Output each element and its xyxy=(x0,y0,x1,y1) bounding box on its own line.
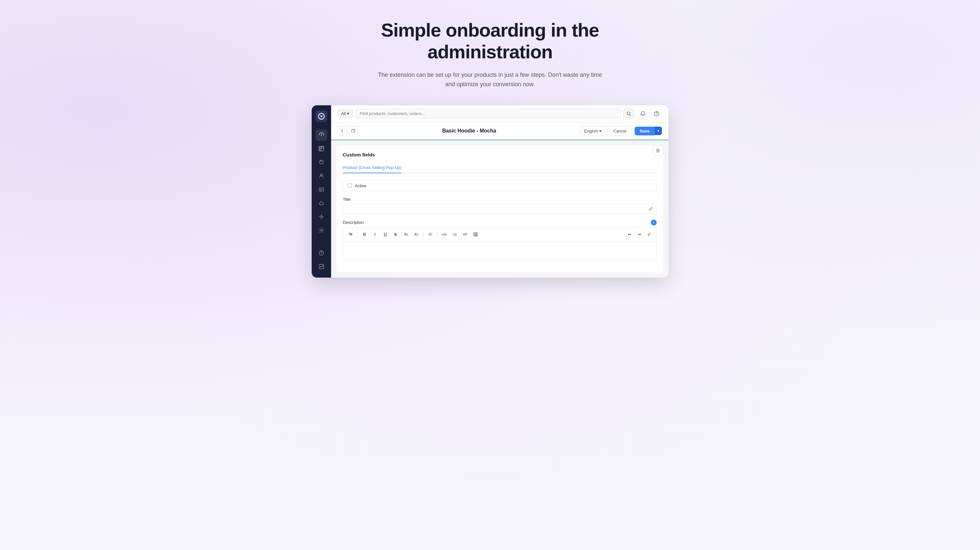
toolbar-link-button[interactable] xyxy=(461,230,469,239)
content-wrapper: Custom fields Product (Cross Selling Pop… xyxy=(336,146,663,273)
toolbar-undo-button[interactable]: ↩ xyxy=(625,230,634,239)
content-area: Custom fields Product (Cross Selling Pop… xyxy=(331,140,668,277)
toolbar-table-button[interactable] xyxy=(471,230,480,239)
copy-button[interactable] xyxy=(348,126,358,135)
sidebar-item-products[interactable] xyxy=(315,157,327,168)
svg-point-9 xyxy=(320,216,322,218)
sidebar xyxy=(312,105,331,277)
svg-point-19 xyxy=(453,234,454,235)
sidebar-item-dashboard[interactable] xyxy=(315,129,327,141)
toolbar-redo-button[interactable]: ↪ xyxy=(635,230,643,239)
toolbar-list-button[interactable] xyxy=(450,230,459,239)
language-chevron: ▾ xyxy=(599,128,601,133)
description-info-icon: i xyxy=(651,220,657,225)
toolbar-fullscreen-button[interactable]: ⤢ xyxy=(645,230,653,239)
active-row: Active xyxy=(343,180,657,192)
toolbar-paragraph-button[interactable]: ¶▾ xyxy=(346,230,355,239)
sidebar-logo xyxy=(315,111,327,122)
active-checkbox[interactable] xyxy=(348,183,352,188)
sidebar-item-marketing[interactable] xyxy=(315,184,327,195)
rich-text-editor[interactable] xyxy=(343,241,657,261)
toolbar-superscript-button[interactable]: X2 xyxy=(402,230,410,239)
description-form-group: Description i ¶▾ B I xyxy=(343,220,657,261)
section-title: Custom fields xyxy=(343,152,657,157)
top-bar-actions xyxy=(638,108,662,119)
search-filter-label: All xyxy=(341,111,346,116)
svg-point-18 xyxy=(453,233,454,234)
toolbar-right: ↩ ↪ ⤢ xyxy=(625,230,653,239)
svg-point-12 xyxy=(321,254,322,254)
search-button[interactable] xyxy=(624,108,634,119)
toolbar-divider-3 xyxy=(437,231,438,238)
svg-point-10 xyxy=(321,229,322,231)
sidebar-item-settings[interactable] xyxy=(315,225,327,236)
toolbar-subscript-button[interactable]: X2 xyxy=(412,230,421,239)
toolbar-embed-button[interactable]: </> xyxy=(440,230,449,239)
product-title: Basic Hoodie - Mocha xyxy=(361,128,577,134)
page-content: Simple onboarding in the administration … xyxy=(0,0,980,290)
back-button[interactable] xyxy=(337,126,347,135)
sidebar-toggle-button[interactable] xyxy=(653,146,663,156)
svg-point-7 xyxy=(320,174,322,176)
tab-product-cross-selling[interactable]: Product (Cross Selling Pop-Up) xyxy=(343,163,401,173)
toolbar-strikethrough-button[interactable]: S xyxy=(391,230,400,239)
custom-fields-panel: Custom fields Product (Cross Selling Pop… xyxy=(336,146,663,273)
description-label: Description xyxy=(343,220,364,225)
title-form-group: Title xyxy=(343,197,657,214)
toolbar-italic-button[interactable]: I xyxy=(371,230,379,239)
active-label: Active xyxy=(355,183,366,188)
sidebar-item-integrations[interactable] xyxy=(315,211,327,222)
svg-rect-17 xyxy=(352,130,354,133)
top-bar: All ▾ xyxy=(331,105,668,122)
toolbar-bold-button[interactable]: B xyxy=(360,230,369,239)
app-window: All ▾ xyxy=(312,105,668,277)
hero-title: Simple onboarding in the administration xyxy=(377,19,603,62)
sidebar-item-help[interactable] xyxy=(315,247,327,259)
hero-subtitle: The extension can be set up for your pro… xyxy=(377,70,603,89)
search-icon xyxy=(627,111,631,116)
svg-point-2 xyxy=(321,135,322,135)
sidebar-item-analytics[interactable] xyxy=(315,261,327,273)
cancel-button[interactable]: Cancel xyxy=(608,126,632,136)
toolbar-divider-1 xyxy=(357,231,358,238)
language-dropdown[interactable]: English ▾ xyxy=(581,126,605,136)
help-circle-icon[interactable] xyxy=(652,108,662,119)
search-area: All ▾ xyxy=(337,108,634,119)
svg-point-1 xyxy=(320,115,322,117)
save-dropdown-button[interactable]: ▾ xyxy=(655,127,662,135)
toolbar-divider-2 xyxy=(423,231,423,238)
sidebar-item-customers[interactable] xyxy=(315,170,327,182)
rich-text-toolbar: ¶▾ B I U S X2 X2 xyxy=(343,227,657,241)
toolbar-underline-button[interactable]: U xyxy=(381,230,390,239)
search-input[interactable] xyxy=(355,109,621,118)
svg-rect-3 xyxy=(319,146,324,151)
title-input[interactable] xyxy=(343,204,657,214)
save-button-group: Save ▾ xyxy=(635,127,662,135)
svg-rect-21 xyxy=(474,233,477,236)
save-button[interactable]: Save xyxy=(635,127,655,135)
tab-bar: Product (Cross Selling Pop-Up) xyxy=(343,163,657,173)
svg-point-16 xyxy=(656,115,657,115)
main-area: All ▾ xyxy=(331,105,668,277)
title-input-wrapper xyxy=(343,204,657,214)
sidebar-item-promotions[interactable] xyxy=(315,197,327,209)
title-label: Title xyxy=(343,197,657,202)
search-filter-chevron: ▾ xyxy=(347,111,349,116)
product-header: Basic Hoodie - Mocha English ▾ Cancel Sa… xyxy=(331,122,668,140)
hero-section: Simple onboarding in the administration … xyxy=(377,19,603,89)
description-header: Description i xyxy=(343,220,657,225)
svg-rect-8 xyxy=(319,188,324,191)
product-nav-buttons xyxy=(337,126,358,135)
svg-point-20 xyxy=(453,235,454,236)
search-filter-dropdown[interactable]: All ▾ xyxy=(337,109,353,118)
sidebar-item-orders[interactable] xyxy=(315,143,327,154)
notifications-icon[interactable] xyxy=(638,108,648,119)
title-input-icon xyxy=(649,206,654,212)
product-actions: English ▾ Cancel Save ▾ xyxy=(581,126,662,136)
language-label: English xyxy=(584,128,598,133)
toolbar-align-button[interactable] xyxy=(426,230,434,239)
